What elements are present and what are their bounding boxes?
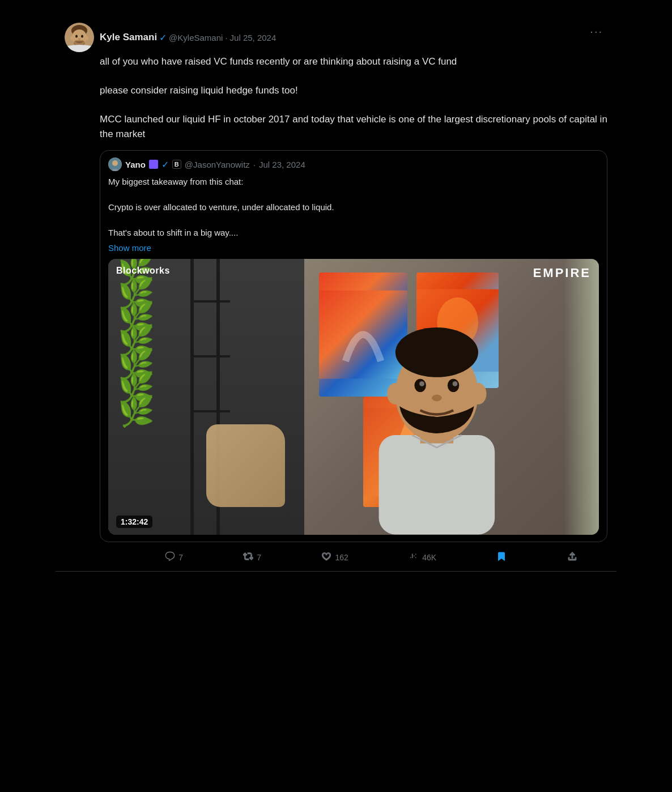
- svg-point-23: [420, 381, 425, 386]
- author-name-row: Kyle Samani ✓ @KyleSamani · Jul 25, 2024: [100, 32, 276, 43]
- video-duration: 1:32:42: [116, 516, 152, 528]
- svg-point-7: [78, 39, 80, 40]
- share-action[interactable]: [567, 551, 577, 564]
- quoted-dot: ·: [253, 160, 256, 169]
- more-options-button[interactable]: ···: [585, 23, 607, 40]
- video-branding-right: EMPIRE: [533, 266, 591, 280]
- video-branding-left: Blockworks: [116, 266, 170, 276]
- blockworks-badge: B: [172, 160, 181, 169]
- retweet-count: 7: [257, 553, 261, 562]
- tweet-actions: 7 7 162 46K: [135, 549, 607, 564]
- views-count: 46K: [422, 553, 436, 562]
- like-count: 162: [335, 553, 348, 562]
- quoted-date: Jul 23, 2024: [259, 160, 305, 169]
- quoted-verified-icon: ✓: [161, 159, 169, 170]
- tweet-text: all of you who have raised VC funds rece…: [100, 54, 607, 141]
- quoted-header: Yano ✓ B @JasonYanowitz · Jul 23, 2024: [108, 157, 599, 171]
- video-right-panel: [304, 259, 599, 535]
- quoted-avatar: [108, 157, 122, 171]
- retweet-icon: [243, 551, 253, 564]
- window-light: [564, 259, 599, 535]
- avatar[interactable]: [65, 23, 94, 52]
- verified-icon: ✓: [159, 32, 167, 43]
- tweet-header-left: Kyle Samani ✓ @KyleSamani · Jul 25, 2024: [65, 23, 276, 52]
- svg-point-24: [453, 381, 458, 386]
- video-left-panel: 🌿🌿🌿🌿🌿🌿🌿: [108, 259, 304, 535]
- views-icon: [409, 551, 419, 564]
- svg-point-10: [112, 160, 118, 166]
- show-more-button[interactable]: Show more: [108, 243, 151, 253]
- svg-point-19: [388, 383, 404, 404]
- like-icon: [321, 551, 331, 564]
- quoted-handle: @JasonYanowitz: [185, 160, 250, 169]
- like-action[interactable]: 162: [321, 551, 348, 564]
- tweet-body: all of you who have raised VC funds rece…: [100, 54, 607, 564]
- tweet-date: Jul 25, 2024: [230, 33, 277, 42]
- share-icon: [567, 551, 577, 564]
- author-handle: @KyleSamani: [169, 33, 223, 42]
- video-background: 🌿🌿🌿🌿🌿🌿🌿: [108, 259, 599, 535]
- reply-action[interactable]: 7: [165, 551, 183, 564]
- quoted-text: My biggest takeaway from this chat: Cryp…: [108, 176, 599, 240]
- quoted-tweet[interactable]: Yano ✓ B @JasonYanowitz · Jul 23, 2024 M…: [100, 150, 607, 542]
- quoted-author-name: Yano: [125, 160, 146, 169]
- svg-point-6: [81, 35, 83, 38]
- svg-point-3: [70, 36, 74, 40]
- tweet-header: Kyle Samani ✓ @KyleSamani · Jul 25, 2024…: [65, 23, 607, 52]
- svg-point-25: [432, 395, 442, 402]
- views-action[interactable]: 46K: [409, 551, 436, 564]
- bookmark-action[interactable]: [496, 551, 507, 564]
- video-scene: 🌿🌿🌿🌿🌿🌿🌿: [108, 259, 599, 535]
- retweet-action[interactable]: 7: [243, 551, 261, 564]
- reply-count: 7: [178, 553, 183, 562]
- svg-point-18: [395, 327, 478, 377]
- author-name[interactable]: Kyle Samani: [100, 32, 157, 43]
- dot-separator: ·: [225, 33, 227, 42]
- svg-point-4: [85, 36, 88, 40]
- svg-point-20: [470, 383, 487, 404]
- bookmark-icon: [496, 551, 507, 564]
- video-container[interactable]: 🌿🌿🌿🌿🌿🌿🌿: [108, 259, 599, 535]
- svg-point-5: [75, 35, 78, 38]
- purple-square-badge: [149, 160, 158, 169]
- reply-icon: [165, 551, 175, 564]
- author-info: Kyle Samani ✓ @KyleSamani · Jul 25, 2024: [100, 32, 276, 43]
- tweet-container: Kyle Samani ✓ @KyleSamani · Jul 25, 2024…: [56, 11, 616, 572]
- svg-rect-15: [379, 435, 495, 534]
